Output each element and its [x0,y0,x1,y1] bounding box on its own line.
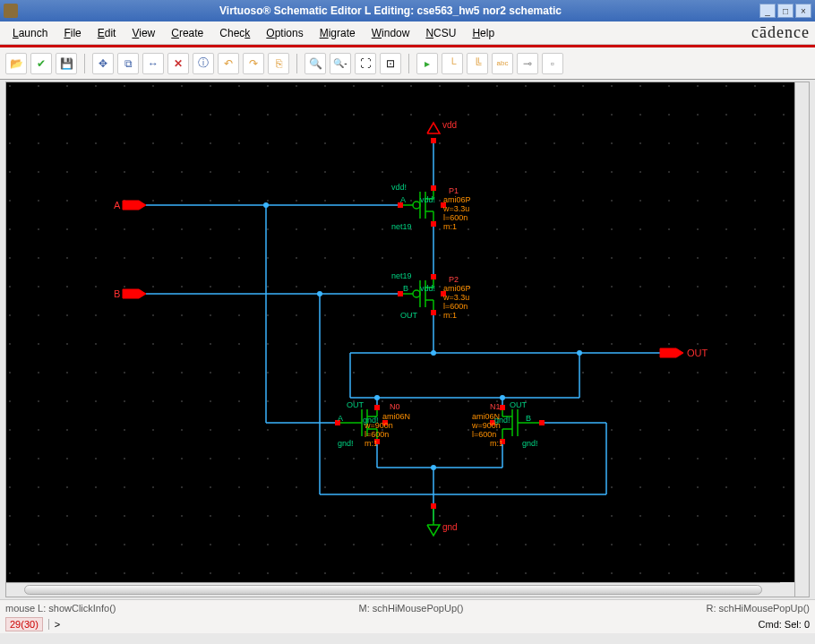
menubar: Launch File Edit View Create Check Optio… [0,21,815,45]
svg-text:B: B [403,284,408,293]
svg-text:OUT: OUT [400,311,418,320]
svg-text:m:1: m:1 [443,222,457,231]
svg-text:OUT: OUT [687,348,708,358]
svg-text:net19: net19 [391,271,412,280]
svg-text:A: A [400,195,406,204]
zoom-in-icon[interactable]: 🔍 [305,53,326,74]
svg-text:A: A [114,200,121,210]
coord-readout: 29(30) [5,617,43,631]
svg-rect-106 [539,420,545,425]
svg-text:A: A [338,414,343,423]
zoom-fit-icon[interactable]: ⛶ [355,53,376,74]
svg-text:l=600n: l=600n [365,430,389,439]
svg-point-56 [577,350,582,356]
menu-options[interactable]: Options [259,24,310,42]
svg-text:w=3.3u: w=3.3u [442,293,469,302]
svg-rect-28 [431,274,436,279]
svg-text:w=900n: w=900n [364,421,393,430]
svg-rect-122 [431,503,436,509]
move-icon[interactable]: ✥ [92,53,114,74]
svg-text:w=3.3u: w=3.3u [442,204,469,213]
menu-ncsu[interactable]: NCSU [418,24,463,42]
svg-text:vdd!: vdd! [420,284,435,293]
mouse-left-status: mouse L: showClickInfo() [5,603,116,614]
menu-check[interactable]: Check [212,24,257,42]
command-status-bar: 29(30) > Cmd: Sel: 0 [0,615,815,633]
svg-point-96 [500,395,505,400]
svg-text:l=600n: l=600n [472,430,496,439]
window-title: Virtuoso® Schematic Editor L Editing: cs… [23,4,758,17]
svg-text:ami06N: ami06N [382,412,410,421]
cmd-sel-status: Cmd: Sel: 0 [759,619,810,630]
redo-icon[interactable]: ↷ [243,53,264,74]
svg-text:gnd: gnd [442,522,458,532]
svg-text:net19: net19 [391,222,412,231]
toolbar: 📂 ✔ 💾 ✥ ⧉ ↔ ✕ ⓘ ↶ ↷ ⎘ 🔍 🔍- ⛶ ⊡ ▸ └ ╚ abc… [0,47,815,80]
cadence-logo: cādence [751,23,810,42]
svg-rect-6 [431,185,436,191]
svg-text:ami06N: ami06N [472,412,500,421]
minimize-button[interactable]: _ [759,4,776,18]
schematic-canvas-area: vdd [5,82,810,597]
svg-text:gnd!: gnd! [522,439,538,448]
svg-text:P2: P2 [449,275,459,284]
vertical-scrollbar[interactable] [794,82,809,597]
svg-rect-97 [500,405,505,410]
wide-wire-icon[interactable]: ╚ [467,53,488,74]
page-icon[interactable]: ▫ [542,53,563,74]
svg-text:m:1: m:1 [490,439,503,448]
info-icon[interactable]: ⓘ [193,53,214,74]
svg-rect-15 [431,221,436,227]
svg-text:P1: P1 [449,186,459,195]
svg-text:ami06P: ami06P [443,284,471,293]
delete-icon[interactable]: ✕ [167,53,189,74]
mouse-status-bar: mouse L: showClickInfo() M: schHiMousePo… [0,599,815,615]
svg-text:m:1: m:1 [443,311,457,320]
svg-text:B: B [114,288,120,299]
schematic-canvas[interactable]: vdd [6,82,794,582]
zoom-sel-icon[interactable]: ⊡ [380,53,401,74]
svg-text:gnd!: gnd! [338,439,354,448]
mouse-right-status: R: schHiMousePopUp() [706,603,810,614]
copy-icon[interactable]: ⧉ [117,53,139,74]
svg-text:OUT: OUT [510,400,528,409]
svg-text:m:1: m:1 [365,439,378,448]
horizontal-scrollbar[interactable] [6,582,780,597]
menu-window[interactable]: Window [365,24,417,42]
svg-rect-1 [6,82,794,582]
wire-icon[interactable]: └ [442,53,463,74]
instance-icon[interactable]: ⎘ [268,53,289,74]
svg-rect-37 [431,310,436,315]
filter-icon[interactable]: ▸ [416,53,438,74]
menu-create[interactable]: Create [164,24,210,42]
stretch-icon[interactable]: ↔ [142,53,164,74]
menu-view[interactable]: View [124,24,162,42]
svg-text:l=600n: l=600n [443,302,468,311]
menu-file[interactable]: File [56,24,88,42]
menu-migrate[interactable]: Migrate [313,24,363,42]
pin-icon[interactable]: ⊸ [517,53,538,74]
menu-edit[interactable]: Edit [90,24,124,42]
label-icon[interactable]: abc [492,53,513,74]
svg-text:ami06P: ami06P [443,195,471,204]
svg-text:w=900n: w=900n [471,421,501,430]
svg-rect-2 [431,138,436,143]
svg-point-74 [374,395,380,400]
undo-icon[interactable]: ↶ [218,53,239,74]
save-icon[interactable]: 💾 [56,53,77,74]
check-save-icon[interactable]: ✔ [30,53,52,74]
menu-help[interactable]: Help [465,24,502,42]
zoom-out-icon[interactable]: 🔍- [330,53,351,74]
app-icon [4,4,18,18]
maximize-button[interactable]: □ [777,4,794,18]
menu-launch[interactable]: Launch [5,24,55,42]
mouse-middle-status: M: schHiMousePopUp() [359,603,464,614]
svg-text:N1: N1 [490,402,501,411]
close-button[interactable]: × [795,4,811,18]
svg-text:N0: N0 [390,402,400,411]
svg-rect-75 [374,405,380,410]
svg-text:vdd!: vdd! [420,195,435,204]
open-icon[interactable]: 📂 [5,53,27,74]
command-prompt[interactable]: > [48,619,60,630]
svg-text:l=600n: l=600n [443,213,468,222]
